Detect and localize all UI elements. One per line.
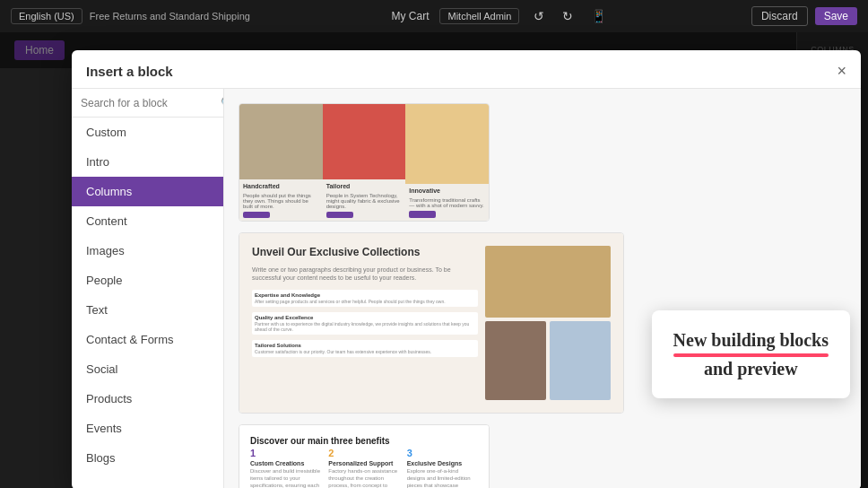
- benefit-text-3: Explore one-of-a-kind designs and limite…: [407, 468, 478, 488]
- sidebar-item-content[interactable]: Content: [72, 206, 223, 236]
- unveil-images-col: [485, 246, 611, 400]
- modal-sidebar: 🔍 Custom Intro Columns Content Images Pe…: [72, 89, 224, 488]
- thumb-benefits-visual: Discover our main three benefits 1 Custo…: [239, 425, 489, 488]
- thumb-collections-visual: Handcrafted People should put the things…: [239, 104, 489, 221]
- sidebar-item-intro[interactable]: Intro: [72, 147, 223, 177]
- sidebar-item-social[interactable]: Social: [72, 354, 223, 384]
- sidebar-item-blogs[interactable]: Blogs: [72, 443, 223, 473]
- extra-block-1-title: Expertise and Knowledge: [255, 292, 475, 298]
- block-thumb-benefits: Discover our main three benefits 1 Custo…: [239, 425, 489, 488]
- undo-button[interactable]: ↺: [530, 7, 548, 25]
- thumb-col-1: Handcrafted People should put the things…: [239, 104, 323, 221]
- sidebar-item-contact-forms[interactable]: Contact & Forms: [72, 325, 223, 354]
- extra-block-1: Expertise and Knowledge After setting pa…: [252, 290, 478, 307]
- modal-body: 🔍 Custom Intro Columns Content Images Pe…: [72, 89, 861, 488]
- thumb-img-tailored: [323, 104, 406, 179]
- search-input[interactable]: [81, 97, 215, 109]
- modal-overlay: Insert a block × 🔍 Custom Intro Columns …: [0, 32, 868, 488]
- insert-block-modal: Insert a block × 🔍 Custom Intro Columns …: [72, 50, 861, 488]
- top-bar-left: English (US) Free Returns and Standard S…: [11, 8, 250, 24]
- modal-content-area: Handcrafted People should put the things…: [224, 89, 861, 488]
- thumb-col-1-desc: People should put the things they own. T…: [239, 193, 323, 209]
- block-thumb-collections: Handcrafted People should put the things…: [239, 104, 489, 221]
- unveil-title: Unveil Our Exclusive Collections: [252, 246, 478, 260]
- benefits-title: Discover our main three benefits: [250, 436, 478, 446]
- unveil-bottom-row: [485, 321, 611, 400]
- overlay-line2: and preview: [673, 357, 829, 380]
- thumb-img-handcrafted: [239, 104, 323, 179]
- redo-button[interactable]: ↻: [559, 7, 577, 25]
- sidebar-item-events[interactable]: Events: [72, 414, 223, 443]
- sidebar-item-people[interactable]: People: [72, 266, 223, 295]
- shipping-text: Free Returns and Standard Shipping: [90, 11, 250, 22]
- sidebar-item-images[interactable]: Images: [72, 236, 223, 266]
- top-bar-right: Discard Save: [751, 6, 857, 26]
- save-button[interactable]: Save: [815, 7, 857, 25]
- user-menu[interactable]: Mitchell Admin: [439, 8, 519, 24]
- extra-block-2-title: Quality and Excellence: [255, 315, 475, 320]
- block-card-benefits[interactable]: Discover our main three benefits 1 Custo…: [239, 424, 490, 488]
- sidebar-item-columns[interactable]: Columns: [72, 177, 223, 206]
- overlay-line1: New building blocks: [673, 328, 829, 352]
- thumb-col-1-title: Handcrafted: [239, 179, 323, 193]
- benefit-title-3: Exclusive Designs: [407, 460, 478, 466]
- extra-block-2-text: Partner with us to experience the digita…: [255, 321, 475, 332]
- top-bar-center: My Cart Mitchell Admin ↺ ↻ 📱: [391, 7, 610, 25]
- search-box: 🔍: [72, 89, 223, 118]
- unveil-desc: Write one or two paragraphs describing y…: [252, 266, 478, 283]
- cart-text: My Cart: [391, 10, 429, 22]
- benefit-title-2: Personalized Support: [328, 460, 399, 466]
- benefit-text-2: Factory hands-on assistance throughout t…: [328, 468, 399, 488]
- thumb-col-3-title: Innovative: [405, 184, 489, 197]
- benefit-num-3: 3: [407, 448, 478, 458]
- block-card-unveil[interactable]: Unveil Our Exclusive Collections Write o…: [239, 232, 624, 414]
- thumb-col-2-btn: [326, 212, 353, 218]
- sidebar-item-products[interactable]: Products: [72, 384, 223, 414]
- benefits-cols: 1 Custom Creations Discover and build ir…: [250, 448, 478, 488]
- unveil-bottom-img-1: [485, 321, 546, 400]
- blocks-row-2: Discover our main three benefits 1 Custo…: [239, 424, 846, 488]
- benefit-text-1: Discover and build irresistible items ta…: [250, 468, 321, 488]
- benefit-title-1: Custom Creations: [250, 460, 321, 466]
- right-cards-column: Unveil Our Exclusive Collections Write o…: [239, 232, 624, 414]
- unveil-text-col: Unveil Our Exclusive Collections Write o…: [252, 246, 478, 400]
- thumb-col-3-desc: Transforming traditional crafts — with a…: [405, 197, 489, 208]
- language-selector[interactable]: English (US): [11, 8, 82, 24]
- sidebar-item-custom[interactable]: Custom: [72, 118, 223, 147]
- extra-block-2: Quality and Excellence Partner with us t…: [252, 312, 478, 335]
- modal-header: Insert a block ×: [72, 50, 861, 89]
- discard-button[interactable]: Discard: [751, 6, 808, 26]
- modal-title: Insert a block: [86, 64, 173, 79]
- new-blocks-overlay: New building blocks and preview: [652, 310, 850, 398]
- unveil-bottom-img-2: [550, 321, 611, 400]
- thumb-img-innovative: [405, 104, 489, 184]
- thumb-unveil-visual: Unveil Our Exclusive Collections Write o…: [239, 233, 623, 413]
- thumb-col-2: Tailored People in System Technology, mi…: [323, 104, 406, 221]
- thumb-col-3: Innovative Transforming traditional craf…: [405, 104, 489, 221]
- unveil-top-image: [485, 246, 611, 318]
- block-card-collections[interactable]: Handcrafted People should put the things…: [239, 103, 490, 222]
- extra-block-3-text: Customer satisfaction is our priority. O…: [255, 349, 475, 354]
- thumb-col-3-btn: [409, 211, 436, 218]
- modal-close-button[interactable]: ×: [837, 63, 846, 79]
- benefit-num-2: 2: [328, 448, 399, 458]
- benefit-col-1: 1 Custom Creations Discover and build ir…: [250, 448, 321, 488]
- benefit-num-1: 1: [250, 448, 321, 458]
- mobile-preview-button[interactable]: 📱: [587, 7, 610, 25]
- extra-block-3: Tailored Solutions Customer satisfaction…: [252, 340, 478, 357]
- thumb-col-2-desc: People in System Technology, might quali…: [323, 193, 406, 209]
- extra-block-1-text: After setting page products and services…: [255, 299, 475, 304]
- thumb-col-2-title: Tailored: [323, 179, 406, 193]
- unveil-extra-blocks: Expertise and Knowledge After setting pa…: [252, 290, 478, 357]
- top-bar: English (US) Free Returns and Standard S…: [0, 0, 868, 32]
- benefit-col-3: 3 Exclusive Designs Explore one-of-a-kin…: [407, 448, 478, 488]
- benefit-col-2: 2 Personalized Support Factory hands-on …: [328, 448, 399, 488]
- thumb-col-1-btn: [243, 212, 270, 218]
- extra-block-3-title: Tailored Solutions: [255, 343, 475, 348]
- sidebar-item-text[interactable]: Text: [72, 295, 223, 325]
